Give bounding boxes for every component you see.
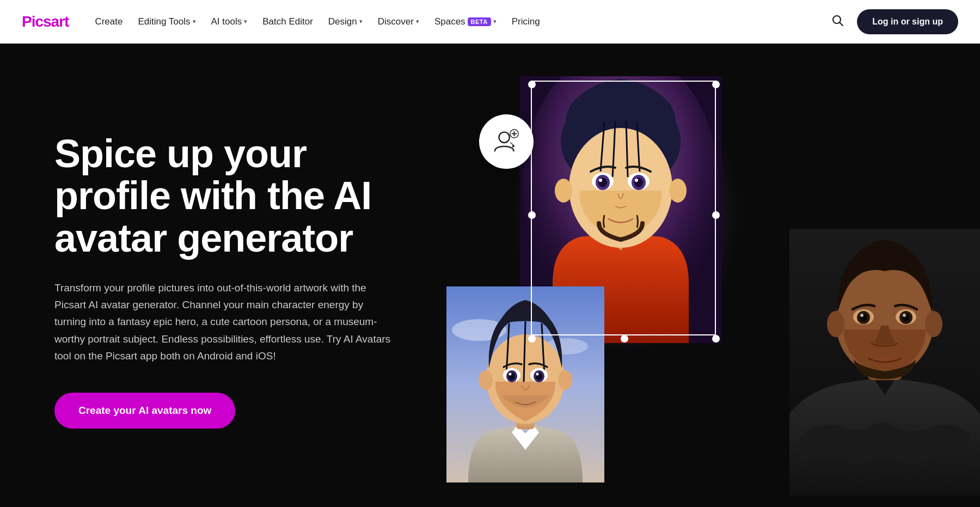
nav-label-spaces: Spaces — [434, 16, 465, 27]
handle-bottom-right — [712, 335, 720, 343]
nav-label-design: Design — [328, 16, 357, 27]
nav-label-discover: Discover — [378, 16, 414, 27]
svg-point-49 — [827, 311, 844, 337]
nav-item-discover[interactable]: Discover ▾ — [371, 12, 426, 32]
nav-label-pricing: Pricing — [512, 16, 540, 27]
svg-point-2 — [499, 132, 510, 143]
svg-line-1 — [840, 22, 843, 26]
nav-item-pricing[interactable]: Pricing — [505, 12, 547, 32]
nav-label-editing-tools: Editing Tools — [138, 16, 190, 27]
search-button[interactable] — [826, 9, 848, 34]
chevron-down-icon: ▾ — [359, 18, 363, 25]
svg-point-21 — [555, 179, 572, 203]
chevron-down-icon: ▾ — [244, 18, 247, 25]
handle-bottom-center — [621, 335, 628, 343]
svg-point-6 — [512, 145, 514, 148]
header-left: Picsart Create Editing Tools ▾ AI tools … — [22, 12, 547, 32]
handle-bottom-left — [528, 335, 536, 343]
svg-point-46 — [860, 314, 863, 317]
nav-item-ai-tools[interactable]: AI tools ▾ — [205, 12, 254, 32]
svg-point-35 — [558, 370, 572, 390]
login-button[interactable]: Log in or sign up — [857, 9, 958, 34]
chevron-down-icon: ▾ — [416, 18, 419, 25]
svg-point-20 — [669, 179, 687, 203]
hero-description: Transform your profile pictures into out… — [54, 279, 397, 365]
handle-middle-right — [712, 211, 720, 219]
hero-content: Spice up your profile with the AI avatar… — [0, 44, 446, 507]
svg-point-34 — [536, 373, 539, 376]
nav-item-spaces[interactable]: Spaces BETA ▾ — [428, 12, 503, 32]
svg-point-48 — [925, 311, 942, 337]
hero-images — [446, 44, 980, 507]
nav-item-editing-tools[interactable]: Editing Tools ▾ — [131, 12, 202, 32]
handle-top-right — [712, 81, 720, 88]
handle-top-left — [528, 81, 536, 88]
nav-item-create[interactable]: Create — [88, 12, 129, 32]
nav-item-design[interactable]: Design ▾ — [322, 12, 369, 32]
illustrated-anime-portrait — [446, 286, 604, 482]
nav-item-batch-editor[interactable]: Batch Editor — [256, 12, 320, 32]
header-right: Log in or sign up — [826, 9, 958, 34]
svg-point-18 — [599, 179, 602, 182]
avatar-icon-circle — [479, 114, 534, 169]
main-nav: Create Editing Tools ▾ AI tools ▾ Batch … — [88, 12, 546, 32]
hero-title: Spice up your profile with the AI avatar… — [54, 133, 397, 260]
hero-section: Spice up your profile with the AI avatar… — [0, 44, 980, 507]
handle-middle-left — [528, 211, 536, 219]
logo[interactable]: Picsart — [22, 13, 69, 30]
nav-label-ai-tools: AI tools — [211, 16, 242, 27]
svg-point-33 — [509, 373, 512, 376]
svg-point-47 — [903, 314, 906, 317]
search-icon — [831, 14, 844, 27]
nav-label-create: Create — [95, 16, 122, 27]
beta-badge: BETA — [468, 17, 491, 26]
svg-point-19 — [635, 179, 638, 182]
cta-button[interactable]: Create your AI avatars now — [54, 393, 235, 429]
nav-label-batch-editor: Batch Editor — [262, 16, 313, 27]
chevron-down-icon: ▾ — [493, 18, 497, 25]
header: Picsart Create Editing Tools ▾ AI tools … — [0, 0, 980, 44]
chevron-down-icon: ▾ — [193, 18, 196, 25]
real-person-portrait — [789, 229, 980, 496]
svg-point-36 — [479, 370, 493, 390]
avatar-plus-icon — [492, 127, 521, 156]
